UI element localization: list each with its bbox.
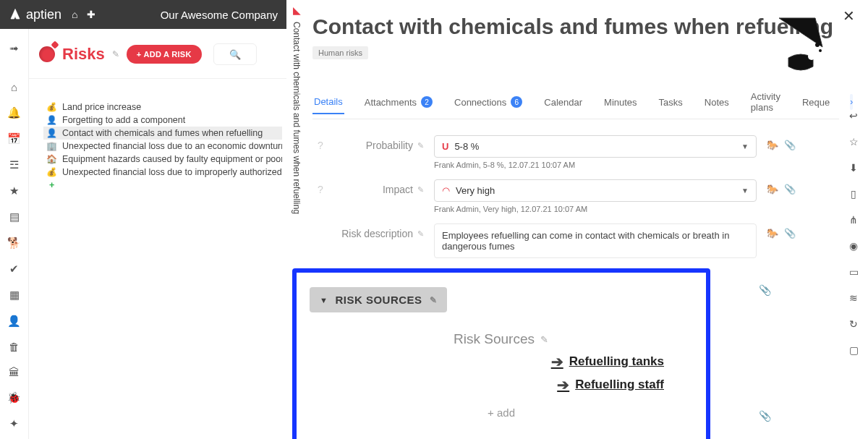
- risk-list-item[interactable]: 🏢Unexpected financial loss due to an eco…: [43, 140, 282, 153]
- clip-icon[interactable]: 📎: [784, 140, 796, 150]
- star-icon[interactable]: ★: [9, 184, 19, 197]
- share-icon[interactable]: ⋔: [849, 214, 858, 226]
- file-down-icon[interactable]: ⬇: [849, 162, 858, 174]
- edit-icon[interactable]: ✎: [417, 229, 424, 239]
- topbar: aptien ⌂ ✚ Our Awesome Company: [0, 0, 286, 29]
- risk-list-item[interactable]: 🏠Equipment hazards caused by faulty equi…: [43, 153, 282, 166]
- clip-icon[interactable]: 📎: [759, 284, 771, 296]
- risk-item-label: Land price increase: [62, 102, 141, 112]
- page-title: Contact with chemicals and fumes when re…: [312, 14, 833, 39]
- eye-icon[interactable]: ◉: [849, 240, 858, 252]
- risk-list-item[interactable]: 👤Contact with chemicals and fumes when r…: [43, 127, 282, 140]
- close-icon[interactable]: ✕: [843, 7, 855, 25]
- edit-icon[interactable]: ✎: [430, 295, 438, 305]
- help-icon[interactable]: ?: [312, 184, 328, 195]
- category-tag[interactable]: Human risks: [312, 46, 368, 59]
- risk-sources-label: Risk Sources ✎: [310, 331, 548, 347]
- doc-icon[interactable]: ▦: [9, 289, 20, 302]
- id-icon[interactable]: ▭: [849, 266, 859, 278]
- risk-source-link[interactable]: ➔Refuelling staff: [557, 376, 664, 393]
- user-icon[interactable]: 👤: [7, 315, 21, 328]
- risk-item-icon: 💰: [46, 167, 56, 177]
- clip-icon[interactable]: 📎: [759, 410, 771, 422]
- tabs-scroll-right[interactable]: ›: [850, 94, 853, 110]
- brand-logo[interactable]: aptien: [9, 7, 61, 22]
- add-risk-source[interactable]: + add: [310, 406, 693, 419]
- impact-select[interactable]: ◠ Very high ▼: [434, 179, 757, 202]
- tab-reque[interactable]: Reque: [801, 91, 831, 114]
- square-icon[interactable]: ▢: [849, 344, 859, 356]
- list-icon[interactable]: ☲: [9, 158, 19, 171]
- settings-icon[interactable]: ≋: [849, 292, 858, 304]
- edit-icon[interactable]: ✎: [417, 141, 424, 150]
- tab-calendar[interactable]: Calendar: [542, 91, 584, 114]
- calendar-icon[interactable]: 📅: [7, 132, 21, 145]
- add-item-icon[interactable]: +: [46, 180, 54, 190]
- tab-minutes[interactable]: Minutes: [603, 91, 639, 114]
- tab-tasks[interactable]: Tasks: [658, 91, 684, 114]
- refresh-icon[interactable]: ↻: [849, 318, 858, 330]
- risk-source-link[interactable]: ➔Refuelling tanks: [551, 353, 664, 370]
- tag-icon[interactable]: 🐎: [767, 140, 778, 150]
- magnet-icon: U: [442, 141, 448, 152]
- home-icon[interactable]: ⌂: [72, 9, 77, 20]
- trash-icon[interactable]: 🗑: [9, 341, 20, 353]
- tab-connections[interactable]: Connections6: [453, 90, 524, 114]
- note-icon[interactable]: ▤: [9, 210, 20, 223]
- edit-icon[interactable]: ✎: [417, 185, 424, 195]
- risk-item-icon: 🏠: [46, 154, 56, 164]
- risk-item-icon: 👤: [46, 115, 56, 125]
- pet-icon[interactable]: 🐕: [7, 236, 21, 250]
- risk-list-item[interactable]: 💰Land price increase: [43, 101, 282, 114]
- check-icon[interactable]: ✔: [9, 263, 19, 276]
- graph-icon[interactable]: ✦: [9, 417, 19, 430]
- tab-attachments[interactable]: Attachments2: [363, 90, 434, 114]
- tab-label: Calendar: [544, 97, 582, 108]
- impact-label: Impact✎: [339, 184, 424, 195]
- star-outline-icon[interactable]: ☆: [849, 136, 859, 148]
- tag-icon[interactable]: 🐎: [767, 184, 778, 195]
- tab-label: Activity plans: [751, 91, 780, 113]
- file-icon[interactable]: ▯: [851, 188, 856, 200]
- clip-icon[interactable]: 📎: [784, 184, 796, 195]
- risk-source-label: Refuelling staff: [575, 378, 664, 392]
- building-icon[interactable]: 🏛: [9, 366, 20, 378]
- clip-icon[interactable]: 📎: [784, 228, 796, 239]
- risk-list-item[interactable]: 👤Forgetting to add a component: [43, 114, 282, 127]
- tabs: DetailsAttachments2Connections6CalendarM…: [312, 85, 839, 119]
- back-icon[interactable]: ↩: [849, 110, 858, 122]
- company-name[interactable]: Our Awesome Company: [161, 9, 278, 21]
- search-input[interactable]: 🔍: [213, 43, 257, 65]
- brand-name: aptien: [26, 7, 61, 22]
- description-value[interactable]: Employees refuelling can come in contact…: [434, 223, 757, 258]
- risk-list-item[interactable]: 💰Unexpected financial loss due to improp…: [43, 166, 282, 179]
- probability-label: Probability✎: [339, 140, 424, 151]
- help-icon[interactable]: ?: [312, 140, 328, 151]
- home-icon[interactable]: ⌂: [11, 81, 17, 93]
- bug-icon[interactable]: 🐞: [7, 391, 21, 404]
- risk-item-label: Contact with chemicals and fumes when re…: [62, 128, 263, 138]
- tab-details[interactable]: Details: [312, 90, 344, 114]
- vertical-tab-title: Contact with chemicals and fumes when re…: [292, 22, 302, 214]
- tag-icon[interactable]: 🐎: [767, 228, 778, 239]
- probability-select[interactable]: U 5-8 % ▼: [434, 135, 757, 158]
- svg-point-2: [808, 53, 815, 60]
- risk-sources-header[interactable]: ▼ RISK SOURCES ✎: [310, 287, 447, 312]
- tab-label: Connections: [454, 97, 506, 108]
- tab-label: Notes: [705, 97, 729, 108]
- tab-label: Reque: [802, 97, 830, 108]
- wifi-icon: ◠: [442, 185, 450, 196]
- risk-list: 💰Land price increase👤Forgetting to add a…: [29, 79, 286, 192]
- arrow-right-icon: ➔: [551, 353, 563, 370]
- tab-notes[interactable]: Notes: [703, 91, 731, 114]
- add-icon[interactable]: ✚: [87, 9, 95, 20]
- arrow-right-icon: ➔: [557, 376, 569, 393]
- edit-title-icon[interactable]: ✎: [112, 49, 119, 59]
- edit-icon[interactable]: ✎: [540, 334, 548, 345]
- bell-icon[interactable]: 🔔: [7, 106, 21, 119]
- probability-meta: Frank Admin, 5-8 %, 12.07.21 10:07 AM: [434, 161, 757, 169]
- tab-activity-plans[interactable]: Activity plans: [749, 85, 782, 119]
- vertical-tab[interactable]: ◣ Contact with chemicals and fumes when …: [286, 0, 307, 224]
- add-risk-button[interactable]: + ADD A RISK: [127, 45, 202, 64]
- logout-icon[interactable]: ➟: [9, 42, 19, 55]
